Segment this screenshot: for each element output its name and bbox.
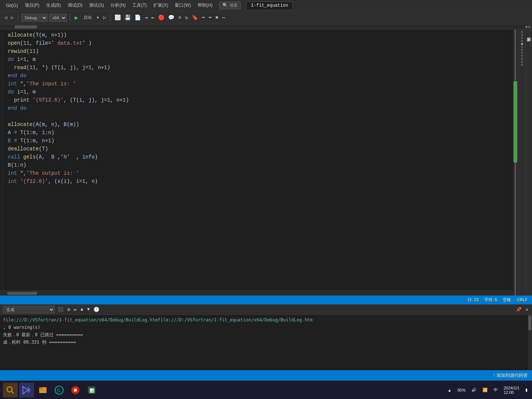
minimap-dot-4 — [521, 40, 523, 42]
output-toolbar: 生成 调试 ⬛ ⚙ ⇌ ▲ ▼ 🕐 📌 ✕ — [0, 304, 532, 315]
minimap-dot-3 — [521, 37, 523, 39]
app5-taskbar-icon: 📊 — [87, 385, 96, 395]
output-up-icon[interactable]: ▲ — [80, 306, 84, 313]
horizontal-scrollbar[interactable] — [0, 290, 513, 296]
svg-marker-2 — [23, 386, 28, 394]
source-bar-label[interactable]: ↑ 添加到源代码管 — [493, 372, 528, 379]
nav-bookmark-icon[interactable]: 🔖 — [191, 14, 199, 21]
systray-ime[interactable]: 中 — [492, 386, 499, 393]
toggle-breakpoint-icon[interactable]: 🔴 — [157, 14, 166, 21]
refactor-icon[interactable]: ↻ — [184, 14, 189, 21]
output-filter-icon[interactable]: ⚙ — [66, 306, 71, 313]
output-line-2: 失败，0 最新，0 已跳过 ========== — [3, 331, 529, 338]
menu-project[interactable]: 项目(P) — [22, 1, 42, 10]
systray-volume: 📶 — [481, 387, 489, 393]
vs-taskbar-icon — [21, 385, 32, 395]
hscroll-thumb[interactable] — [7, 292, 37, 295]
main-area: ▲ ⚙ allocate(T(m, n+1)) open(11, file=' … — [0, 24, 532, 381]
taskbar-search[interactable] — [3, 383, 18, 398]
unindent-icon[interactable]: ⇤ — [150, 14, 156, 21]
taskbar-explorer[interactable] — [35, 383, 50, 398]
scroll-settings-icon[interactable]: ⚙ — [528, 25, 531, 29]
run-button[interactable]: ▶ — [73, 13, 80, 22]
code-editor[interactable]: allocate(T(m, n+1)) open(11, file=' data… — [0, 30, 513, 296]
toolbar-separator-1 — [18, 14, 18, 21]
output-line-1: , 0 warning(s) — [3, 324, 529, 331]
output-dropdown[interactable]: 生成 调试 — [3, 306, 55, 313]
menu-analyze[interactable]: 分析(N) — [108, 1, 129, 10]
vscroll-thumb[interactable] — [514, 81, 517, 163]
top-scroll-bar: ▲ ⚙ — [0, 24, 532, 30]
output-pin-icon[interactable]: 📌 — [515, 306, 522, 313]
minimap-dot-9 — [521, 55, 523, 57]
menu-extensions[interactable]: 扩展(X) — [150, 1, 171, 10]
active-file-tab[interactable]: 1-fit_equation — [246, 1, 293, 9]
output-panel: 生成 调试 ⬛ ⚙ ⇌ ▲ ▼ 🕐 📌 ✕ file:///D:/VSfortr… — [0, 304, 532, 370]
minimap-dot-2 — [521, 34, 523, 36]
prev-bookmark-icon[interactable]: ⬅ — [201, 14, 206, 21]
systray-expand[interactable]: ▲ — [446, 387, 453, 393]
comment-icon[interactable]: 💬 — [167, 14, 175, 21]
source-bar: ↑ 添加到源代码管 — [0, 370, 532, 381]
menu-help[interactable]: 帮助(H) — [195, 1, 216, 10]
code-text[interactable]: allocate(T(m, n+1)) open(11, file=' data… — [3, 30, 513, 290]
search-label: 搜索 — [229, 3, 238, 8]
vertical-scrollbar[interactable] — [513, 30, 518, 296]
menu-test[interactable]: 测试(S) — [86, 1, 107, 10]
editor-row: allocate(T(m, n+1)) open(11, file=' data… — [0, 30, 532, 296]
save-icon[interactable]: 💾 — [123, 14, 132, 21]
menu-git[interactable]: Git(G) — [3, 2, 21, 9]
step-over-icon[interactable]: ▷ — [102, 14, 107, 21]
config-select[interactable]: Debug Release — [21, 14, 48, 22]
search-icon: 🔍 — [222, 3, 228, 8]
minimap-dot-12 — [521, 64, 523, 66]
menu-build[interactable]: 生成(B) — [43, 1, 64, 10]
vscroll-track — [515, 30, 516, 296]
next-bookmark-icon[interactable]: ➡ — [208, 14, 213, 21]
top-scroll-thumb[interactable] — [15, 25, 37, 28]
output-vscroll[interactable] — [528, 315, 532, 370]
save-all-icon[interactable]: 📄 — [133, 14, 142, 21]
clear-bookmark-icon[interactable]: ✖ — [214, 14, 219, 21]
app4-taskbar-icon — [71, 385, 80, 395]
spaces-info: 空格 — [503, 297, 511, 303]
menu-debug[interactable]: 调试(D) — [65, 1, 86, 10]
output-down-icon[interactable]: ▼ — [86, 306, 91, 313]
more-run-icon[interactable]: ▾ — [95, 14, 100, 21]
systray-show-desktop[interactable]: ▮ — [524, 387, 529, 393]
menu-tools[interactable]: 工具(T) — [129, 1, 150, 10]
toolbar-separator-3 — [110, 14, 110, 21]
output-line-link-text: file:///D:/VSfortran/1-fit_equation/x64/… — [158, 317, 313, 323]
systray-battery: 95% — [456, 387, 467, 393]
top-scroll-controls: ▲ ⚙ — [525, 25, 532, 29]
output-clear-icon[interactable]: ⬛ — [57, 306, 64, 313]
taskbar-app4[interactable] — [68, 383, 83, 398]
output-vscroll-thumb[interactable] — [528, 316, 531, 330]
scroll-up-icon[interactable]: ▲ — [525, 25, 528, 29]
taskbar-gitkraken[interactable]: G — [52, 383, 66, 398]
taskbar-app5[interactable]: 📊 — [84, 383, 99, 398]
indent-icon[interactable]: ⇥ — [143, 14, 149, 21]
menu-window[interactable]: 窗口(W) — [172, 1, 194, 10]
start-label[interactable]: 启动 — [81, 14, 94, 21]
more-options-icon[interactable]: ⋯ — [221, 14, 226, 21]
search-box[interactable]: 🔍 搜索 — [219, 1, 241, 9]
output-line-link[interactable]: file:///D:/VSfortran/1-fit_equation/x64/… — [3, 316, 529, 324]
svg-line-1 — [11, 391, 14, 393]
forward-btn[interactable]: ▷ — [10, 14, 15, 21]
gitkraken-taskbar-icon: G — [54, 385, 64, 395]
format-icon[interactable]: ≡ — [177, 14, 182, 21]
line-info: 行: 23 — [468, 297, 478, 303]
platform-select[interactable]: x64 x86 — [49, 14, 67, 22]
output-clock-icon[interactable]: 🕐 — [93, 306, 100, 313]
bookmark-icon[interactable]: ⬜ — [113, 14, 122, 21]
output-wrap-icon[interactable]: ⇌ — [73, 306, 78, 313]
char-info: 字符: 6 — [484, 297, 497, 303]
right-side-panel — [518, 30, 525, 296]
back-btn[interactable]: ◁ — [3, 14, 8, 21]
output-close-icon[interactable]: ✕ — [525, 306, 529, 313]
code-content: allocate(T(m, n+1)) open(11, file=' data… — [0, 30, 513, 290]
menubar: Git(G) 项目(P) 生成(B) 调试(D) 测试(S) 分析(N) 工具(… — [0, 0, 532, 11]
svg-rect-9 — [74, 389, 77, 392]
taskbar-vs[interactable] — [19, 383, 34, 398]
